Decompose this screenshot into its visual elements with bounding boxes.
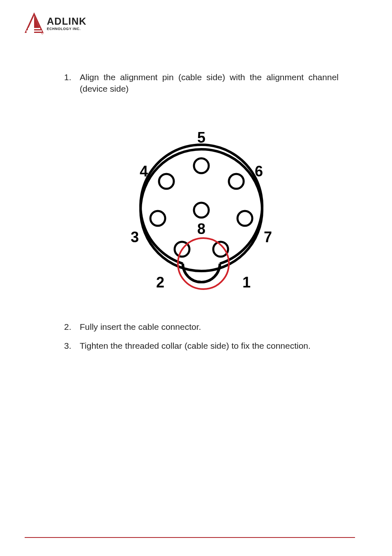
svg-point-13 bbox=[150, 211, 165, 226]
svg-rect-4 bbox=[28, 28, 40, 29]
footer-divider bbox=[25, 537, 355, 538]
pin-label-2: 2 bbox=[156, 274, 164, 291]
pin-label-1: 1 bbox=[242, 274, 251, 291]
step-2: Fully insert the cable connector. bbox=[64, 321, 339, 333]
pin-label-5: 5 bbox=[197, 129, 205, 146]
pin-label-6: 6 bbox=[255, 163, 263, 180]
svg-point-10 bbox=[238, 211, 252, 226]
pin-label-8: 8 bbox=[197, 220, 205, 237]
svg-point-15 bbox=[194, 203, 209, 218]
connector-diagram: 5 6 7 1 2 3 4 8 bbox=[64, 116, 339, 297]
svg-point-9 bbox=[229, 174, 244, 189]
content: Align the alignment pin (cable side) wit… bbox=[64, 72, 339, 352]
logo-text-main: ADLINK bbox=[47, 16, 87, 26]
step-list-2: Fully insert the cable connector. Tighte… bbox=[64, 321, 339, 352]
step-3: Tighten the threaded collar (cable side)… bbox=[64, 340, 339, 352]
pin-label-3: 3 bbox=[131, 229, 139, 246]
svg-point-14 bbox=[159, 174, 174, 189]
logo-text-sub: ECHNOLOGY INC. bbox=[47, 27, 87, 31]
logo: ADLINK ECHNOLOGY INC. bbox=[25, 12, 355, 35]
step-1: Align the alignment pin (cable side) wit… bbox=[64, 72, 339, 95]
svg-point-8 bbox=[194, 158, 209, 173]
step-list: Align the alignment pin (cable side) wit… bbox=[64, 72, 339, 95]
svg-rect-3 bbox=[26, 30, 42, 32]
adlink-logo-icon bbox=[25, 12, 44, 35]
pin-label-7: 7 bbox=[264, 229, 272, 246]
pin-label-4: 4 bbox=[140, 163, 148, 180]
